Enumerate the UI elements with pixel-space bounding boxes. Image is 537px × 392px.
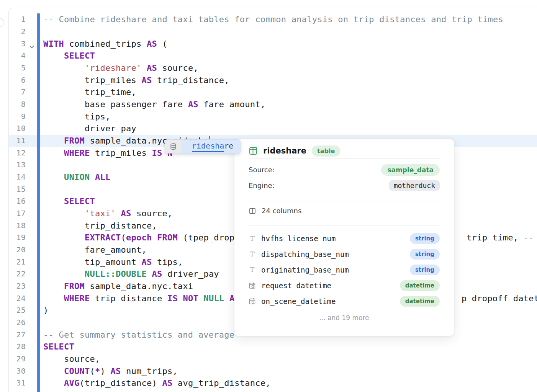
line-number[interactable]: 23	[9, 280, 26, 292]
line-number[interactable]: 19	[9, 232, 26, 244]
text-type-icon	[249, 266, 256, 273]
code-text: WHERE trip_miles IS N	[43, 147, 172, 159]
line-number[interactable]: 24	[9, 292, 26, 305]
code-line-31[interactable]: 31 AVG(trip_distance) AS avg_trip_distan…	[9, 377, 537, 389]
code-text: FROM sample_data.nyc.taxi	[43, 280, 193, 292]
line-number[interactable]: 30	[9, 365, 26, 377]
code-text: COUNT(*) AS num_trips,	[43, 365, 178, 377]
code-line-7[interactable]: 7 trip_time,	[9, 86, 537, 98]
code-text: WHERE trip_distance IS NOT NULL AND	[43, 292, 245, 305]
calendar-clock-icon	[249, 282, 256, 289]
line-number[interactable]: 27	[9, 329, 26, 341]
line-number[interactable]: 21	[9, 256, 26, 268]
code-line-3[interactable]: 3WITH combined_trips AS (	[9, 38, 537, 50]
column-type-badge: string	[410, 265, 440, 275]
code-text: trip_distance,	[43, 220, 157, 232]
line-number[interactable]: 16	[9, 195, 26, 207]
code-text: AVG(trip_time / 60.0) AS avg_trip_time_m…	[43, 389, 307, 392]
code-text: 'taxi' AS source,	[43, 207, 172, 220]
code-line-10[interactable]: 10 driver_pay	[9, 122, 537, 135]
line-number[interactable]: 10	[9, 122, 26, 135]
line-number[interactable]: 32	[9, 389, 26, 392]
autocomplete-popup[interactable]: rideshare	[165, 139, 241, 154]
code-text: fare_amount,	[43, 244, 147, 256]
columns-summary: 24 columns	[249, 201, 440, 220]
column-name: dispatching_base_num	[261, 250, 349, 258]
code-line-6[interactable]: 6 trip_miles AS trip_distance,	[9, 74, 537, 87]
columns-count-text: 24 columns	[262, 207, 301, 215]
columns-list: hvfhs_license_numstringdispatching_base_…	[249, 225, 440, 309]
meta-row-source: Source:sample_data	[249, 162, 440, 178]
fold-chevron-icon[interactable]	[29, 41, 36, 48]
code-text: SELECT	[43, 341, 74, 353]
code-text: )	[43, 304, 49, 317]
line-number[interactable]: 11	[9, 135, 26, 147]
line-number[interactable]: 12	[9, 147, 26, 159]
code-line-4[interactable]: 4 SELECT	[9, 50, 537, 62]
column-row: request_datetimedatetime	[249, 278, 440, 293]
line-number[interactable]: 26	[9, 317, 26, 329]
code-text-overflow: p_dropoff_datet	[462, 292, 537, 305]
columns-icon	[249, 207, 256, 215]
column-name: originating_base_num	[261, 266, 349, 274]
sql-editor-screen: 1-- Combine rideshare and taxi tables fo…	[0, 0, 537, 392]
left-edge-button[interactable]	[0, 18, 4, 27]
code-text-overflow: trip_time, --	[467, 232, 534, 244]
column-row: dispatching_base_numstring	[249, 246, 440, 262]
line-number[interactable]: 8	[9, 98, 26, 111]
code-line-30[interactable]: 30 COUNT(*) AS num_trips,	[9, 365, 537, 377]
column-type-badge: datetime	[400, 296, 440, 307]
code-line-8[interactable]: 8 base_passenger_fare AS fare_amount,	[9, 98, 537, 111]
code-text: tip_amount AS tips,	[43, 256, 183, 268]
line-number[interactable]: 14	[9, 171, 26, 183]
code-line-29[interactable]: 29 source,	[9, 353, 537, 365]
table-name: rideshare	[263, 146, 306, 155]
code-text: SELECT	[43, 195, 95, 207]
table-info-header: rideshare table	[249, 139, 440, 154]
code-text: trip_miles AS trip_distance,	[43, 74, 229, 87]
line-number[interactable]: 17	[9, 207, 26, 220]
code-line-1[interactable]: 1-- Combine rideshare and taxi tables fo…	[9, 13, 537, 26]
line-number[interactable]: 4	[9, 50, 26, 62]
column-row: originating_base_numstring	[249, 262, 440, 278]
code-text: base_passenger_fare AS fare_amount,	[43, 98, 265, 111]
line-number[interactable]: 31	[9, 377, 26, 389]
line-number[interactable]: 18	[9, 220, 26, 232]
table-meta-section: Source:sample_dataEngine:motherduck	[249, 159, 440, 196]
table-icon	[249, 146, 258, 155]
column-type-badge: datetime	[400, 280, 440, 291]
code-text: AVG(trip_distance) AS avg_trip_distance,	[43, 377, 271, 389]
code-text: -- Get summary statistics and average	[43, 329, 240, 341]
line-number[interactable]: 1	[9, 13, 26, 26]
line-number[interactable]: 20	[9, 244, 26, 256]
code-line-2[interactable]: 2	[9, 26, 537, 38]
code-line-9[interactable]: 9 tips,	[9, 111, 537, 123]
code-text: -- Combine rideshare and taxi tables for…	[43, 13, 503, 26]
line-number[interactable]: 6	[9, 74, 26, 87]
line-number[interactable]: 22	[9, 268, 26, 280]
autocomplete-rest-text: re	[224, 141, 233, 152]
line-number[interactable]: 3	[9, 38, 26, 50]
autocomplete-item-rideshare[interactable]: rideshare	[182, 140, 240, 153]
autocomplete-matched-text: ridesha	[192, 141, 224, 152]
code-line-32[interactable]: 32 AVG(trip_time / 60.0) AS avg_trip_tim…	[9, 389, 537, 392]
column-name: on_scene_datetime	[261, 297, 336, 305]
line-number[interactable]: 15	[9, 183, 26, 196]
meta-value-badge: sample_data	[381, 164, 440, 176]
code-line-28[interactable]: 28SELECT	[9, 341, 537, 353]
line-number[interactable]: 2	[9, 26, 26, 38]
line-number[interactable]: 13	[9, 159, 26, 171]
line-number[interactable]: 5	[9, 62, 26, 74]
line-number[interactable]: 28	[9, 341, 26, 353]
text-type-icon	[249, 235, 256, 242]
column-row: hvfhs_license_numstring	[249, 230, 440, 246]
code-line-5[interactable]: 5 'rideshare' AS source,	[9, 62, 537, 74]
line-number[interactable]: 25	[9, 304, 26, 317]
line-number[interactable]: 9	[9, 111, 26, 123]
code-text: 'rideshare' AS source,	[43, 62, 198, 74]
code-text: SELECT	[43, 50, 95, 62]
column-type-badge: string	[410, 249, 440, 260]
line-number[interactable]: 29	[9, 353, 26, 365]
line-number[interactable]: 7	[9, 86, 26, 98]
code-text: WITH combined_trips AS (	[43, 38, 167, 50]
